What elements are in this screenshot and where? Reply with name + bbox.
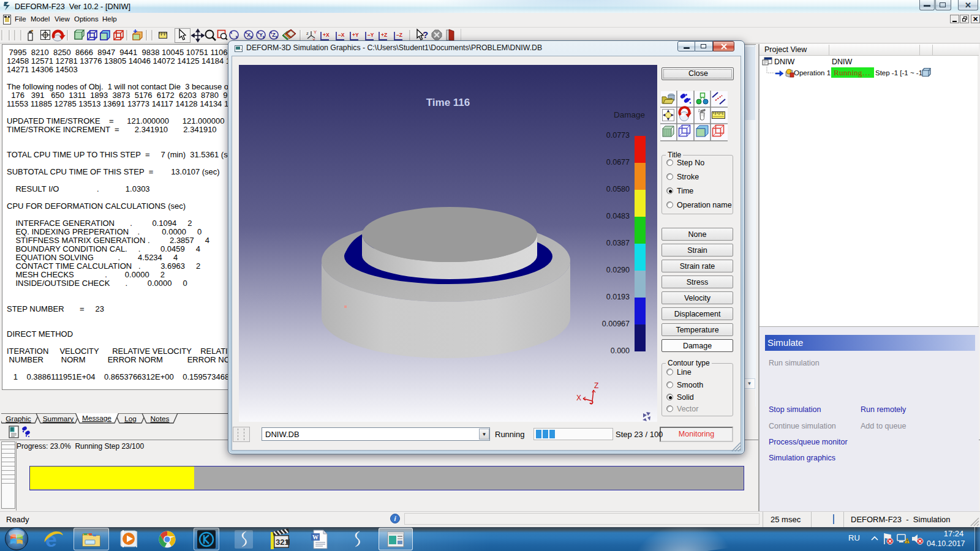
svg-text:–X: –X [338,32,345,38]
svg-text:Graphic: Graphic [6,414,31,423]
svg-text:Summary: Summary [43,414,74,423]
svg-text:–Z: –Z [396,32,402,38]
svg-text:z: z [306,31,309,36]
svg-text:?: ? [423,29,428,40]
svg-text:+Y: +Y [352,32,359,38]
svg-text:Z: Z [594,381,598,390]
svg-text:Notes: Notes [151,414,170,423]
svg-text:+Z: +Z [381,32,387,38]
svg-text:Log: Log [124,414,137,423]
svg-text:+X: +X [323,32,330,38]
svg-text:Z: Z [272,32,276,38]
svg-text:X: X [247,32,251,38]
svg-text:Y: Y [314,29,317,35]
svg-text:X: X [576,394,581,402]
svg-text:W: W [312,534,318,541]
svg-text:Message: Message [82,414,111,422]
svg-text:Y: Y [259,32,263,38]
svg-text:–Y: –Y [368,32,374,38]
